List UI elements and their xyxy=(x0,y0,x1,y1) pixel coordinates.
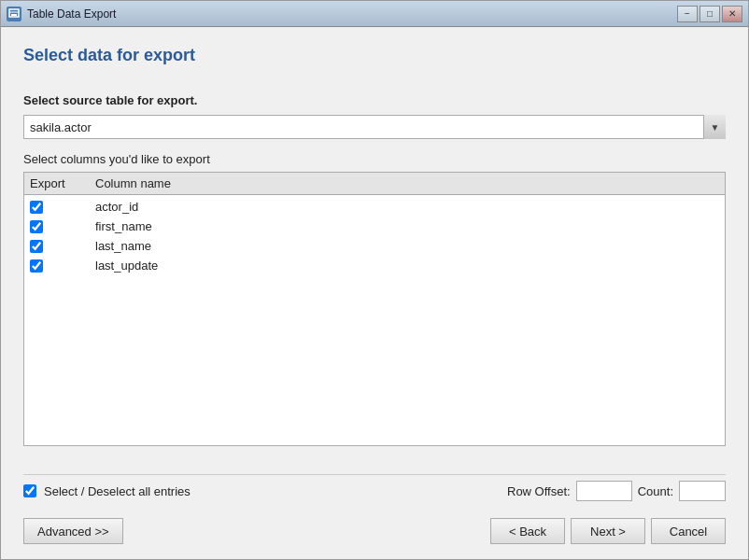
table-row: last_name xyxy=(24,236,725,256)
row-offset-input[interactable] xyxy=(576,481,632,501)
columns-label: Select columns you'd like to export xyxy=(23,152,726,166)
maximize-button[interactable]: □ xyxy=(700,6,720,22)
offset-section: Row Offset: Count: xyxy=(507,481,726,501)
source-dropdown-container: sakila.actor ▼ xyxy=(23,115,726,139)
count-input[interactable] xyxy=(679,481,726,501)
next-button[interactable]: Next > xyxy=(571,518,645,544)
content-area: Select data for export Select source tab… xyxy=(1,27,748,465)
footer-right-buttons: < Back Next > Cancel xyxy=(490,518,726,544)
count-label: Count: xyxy=(638,484,673,498)
table-row: actor_id xyxy=(24,197,725,217)
table-row: last_update xyxy=(24,256,725,275)
row-export-checkbox[interactable] xyxy=(30,259,43,273)
source-label: Select source table for export. xyxy=(23,93,726,107)
select-all-checkbox[interactable] xyxy=(23,484,36,497)
row-export-checkbox[interactable] xyxy=(30,240,43,253)
cancel-button[interactable]: Cancel xyxy=(651,518,726,544)
row-checkbox-cell xyxy=(30,220,95,233)
row-export-checkbox[interactable] xyxy=(30,220,43,233)
window-icon xyxy=(7,7,21,21)
row-column-name: first_name xyxy=(95,219,719,233)
title-bar: Table Data Export − □ ✕ xyxy=(1,1,748,27)
close-button[interactable]: ✕ xyxy=(722,6,742,22)
row-checkbox-cell xyxy=(30,201,95,214)
row-offset-label: Row Offset: xyxy=(507,484,571,498)
header-column-name: Column name xyxy=(95,176,719,190)
bottom-controls-wrapper: Select / Deselect all entries Row Offset… xyxy=(1,465,748,507)
row-column-name: last_update xyxy=(95,259,719,273)
window-controls: − □ ✕ xyxy=(677,6,742,22)
bottom-controls: Select / Deselect all entries Row Offset… xyxy=(23,474,726,507)
select-all-label: Select / Deselect all entries xyxy=(44,484,500,498)
main-window: Table Data Export − □ ✕ Select data for … xyxy=(0,0,749,560)
header-export: Export xyxy=(30,176,95,190)
row-checkbox-cell xyxy=(30,259,95,273)
window-title: Table Data Export xyxy=(27,7,671,21)
table-body: actor_idfirst_namelast_namelast_update xyxy=(24,195,725,277)
row-column-name: actor_id xyxy=(95,200,719,214)
footer-buttons: Advanced >> < Back Next > Cancel xyxy=(1,507,748,559)
table-header: Export Column name xyxy=(24,173,725,195)
advanced-button[interactable]: Advanced >> xyxy=(23,518,123,544)
source-dropdown[interactable]: sakila.actor xyxy=(23,115,726,139)
row-column-name: last_name xyxy=(95,239,719,253)
back-button[interactable]: < Back xyxy=(490,518,565,544)
table-row: first_name xyxy=(24,217,725,236)
minimize-button[interactable]: − xyxy=(677,6,698,22)
columns-table: Export Column name actor_idfirst_namelas… xyxy=(23,172,726,446)
row-export-checkbox[interactable] xyxy=(30,201,43,214)
row-checkbox-cell xyxy=(30,240,95,253)
svg-rect-2 xyxy=(11,14,17,16)
page-title: Select data for export xyxy=(23,46,726,65)
